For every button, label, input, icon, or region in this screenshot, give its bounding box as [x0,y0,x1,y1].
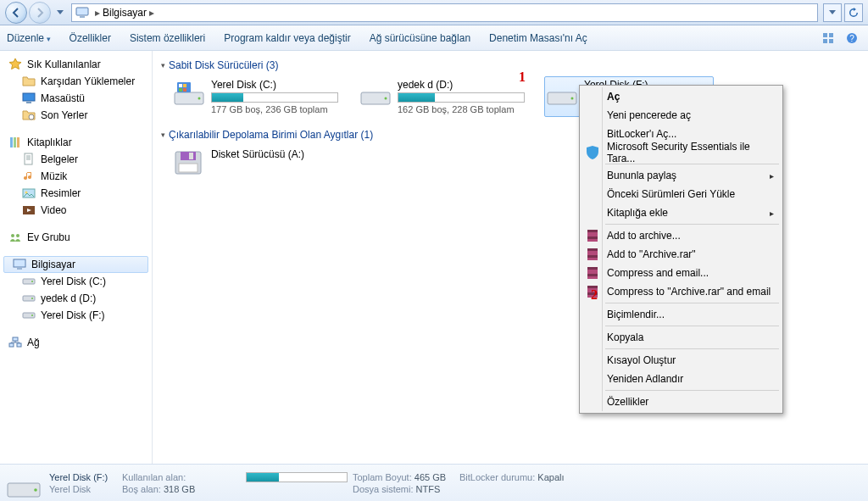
ctx-open-new[interactable]: Yeni pencerede aç [581,106,781,125]
sidebar-item-drive-f[interactable]: Yerel Disk (F:) [0,307,152,324]
sidebar-item-drive-c[interactable]: Yerel Disk (C:) [0,273,152,290]
svg-rect-1 [80,16,85,18]
folder-icon [22,75,36,88]
organize-menu[interactable]: Düzenle [7,32,51,44]
ctx-properties[interactable]: Özellikler [581,392,781,411]
svg-rect-54 [587,274,598,276]
music-icon [22,170,36,183]
svg-rect-5 [829,39,833,43]
picture-icon [22,186,36,200]
ctx-copy[interactable]: Kopyala [581,328,781,347]
sidebar-item-downloads[interactable]: Karşıdan Yüklemeler [0,73,152,90]
svg-rect-3 [829,33,833,37]
svg-rect-35 [183,84,186,87]
drive-icon [7,468,41,498]
star-icon [8,58,22,71]
svg-rect-30 [13,337,18,341]
annotation-1: 1 [519,70,526,85]
ctx-share[interactable]: Bununla paylaş [581,166,781,185]
svg-text:?: ? [849,34,854,43]
svg-rect-45 [179,164,198,172]
sidebar-item-pictures[interactable]: Resimler [0,185,152,202]
breadcrumb-sep: ▸ [95,7,100,19]
ctx-restore[interactable]: Önceki Sürümleri Geri Yükle [581,185,781,203]
ctx-open[interactable]: Aç [581,87,781,106]
svg-rect-48 [587,237,598,239]
svg-point-19 [16,234,19,237]
recent-icon [22,109,36,122]
navigation-pane: Sık Kullanılanlar Karşıdan Yüklemeler Ma… [0,51,153,464]
map-network-drive-button[interactable]: Ağ sürücüsüne bağlan [370,32,470,44]
svg-rect-28 [9,343,14,347]
context-menu: Aç Yeni pencerede aç BitLocker'ı Aç... M… [579,85,783,414]
ctx-rename[interactable]: Yeniden Adlandır [581,370,781,388]
svg-rect-37 [183,88,186,92]
sidebar-item-recent[interactable]: Son Yerler [0,107,152,124]
back-button[interactable] [5,2,27,24]
address-bar[interactable]: ▸ Bilgisayar ▸ [71,3,818,22]
svg-point-27 [31,315,33,316]
computer-icon [13,258,26,271]
svg-rect-47 [587,230,598,232]
annotation-2: 2 [591,287,598,303]
ctx-library[interactable]: Kitaplığa ekle [581,203,781,222]
svg-point-23 [31,281,33,282]
sidebar-item-videos[interactable]: Video [0,202,152,219]
forward-button[interactable] [29,2,51,24]
sidebar-item-music[interactable]: Müzik [0,168,152,185]
ctx-add-archive[interactable]: Add to archive... [581,226,781,245]
sidebar-item-documents[interactable]: Belgeler [0,151,152,168]
drive-icon [360,79,391,106]
ctx-add-archive-rar[interactable]: Add to "Archive.rar" [581,245,781,264]
breadcrumb-sep: ▸ [149,7,154,19]
ctx-compress-email[interactable]: Compress and email... [581,264,781,282]
svg-rect-43 [181,152,196,160]
svg-point-25 [31,298,33,299]
drive-a[interactable]: Disket Sürücüsü (A:) [171,146,341,178]
uninstall-program-button[interactable]: Program kaldır veya değiştir [224,32,350,44]
favorites-header[interactable]: Sık Kullanılanlar [0,56,152,73]
ctx-mse-scan[interactable]: Microsoft Security Essentials ile Tara..… [581,143,781,162]
computer-header[interactable]: Bilgisayar [3,256,148,273]
breadcrumb-location[interactable]: Bilgisayar [103,7,147,19]
system-properties-button[interactable]: Sistem özellikleri [130,32,205,44]
drive-icon [22,309,36,322]
refresh-button[interactable] [844,3,863,22]
sidebar-item-drive-d[interactable]: yedek d (D:) [0,290,152,307]
help-button[interactable]: ? [843,29,861,47]
rar-icon [585,247,600,262]
network-header[interactable]: Ağ [0,334,152,351]
navigation-bar: ▸ Bilgisayar ▸ [0,0,868,25]
ctx-compress-rar-email[interactable]: Compress to "Archive.rar" and email [581,282,781,301]
sidebar-item-desktop[interactable]: Masaüstü [0,90,152,107]
open-control-panel-button[interactable]: Denetim Masası'nı Aç [489,32,587,44]
desktop-icon [22,92,36,105]
svg-point-41 [571,97,574,100]
rar-icon [585,228,600,243]
details-pane: Yerel Disk (F:) Kullanılan alan: Toplam … [0,464,868,501]
drive-icon [174,79,204,106]
view-options-button[interactable] [819,29,837,47]
svg-rect-21 [17,268,22,270]
svg-rect-36 [179,88,182,92]
svg-rect-12 [14,137,16,148]
command-toolbar: Düzenle Özellikler Sistem özellikleri Pr… [0,25,868,51]
video-icon [22,203,36,217]
shield-icon [585,145,600,160]
drive-c[interactable]: Yerel Disk (C:) 177 GB boş, 236 GB topla… [171,76,341,117]
ctx-format[interactable]: Biçimlendir... [581,305,781,324]
drive-d[interactable]: yedek d (D:) 162 GB boş, 228 GB toplam [358,76,527,117]
history-dropdown[interactable] [54,4,66,21]
svg-rect-53 [587,267,598,270]
library-icon [8,136,22,149]
ctx-shortcut[interactable]: Kısayol Oluştur [581,351,781,370]
libraries-header[interactable]: Kitaplıklar [0,134,152,151]
properties-button[interactable]: Özellikler [70,32,111,44]
address-dropdown[interactable] [823,3,842,22]
svg-point-32 [198,97,201,100]
drive-icon [22,275,36,288]
homegroup-icon [8,231,22,244]
drive-icon [547,79,577,106]
homegroup-header[interactable]: Ev Grubu [0,229,152,246]
group-hard-disks[interactable]: Sabit Disk Sürücüleri (3) [161,59,860,71]
